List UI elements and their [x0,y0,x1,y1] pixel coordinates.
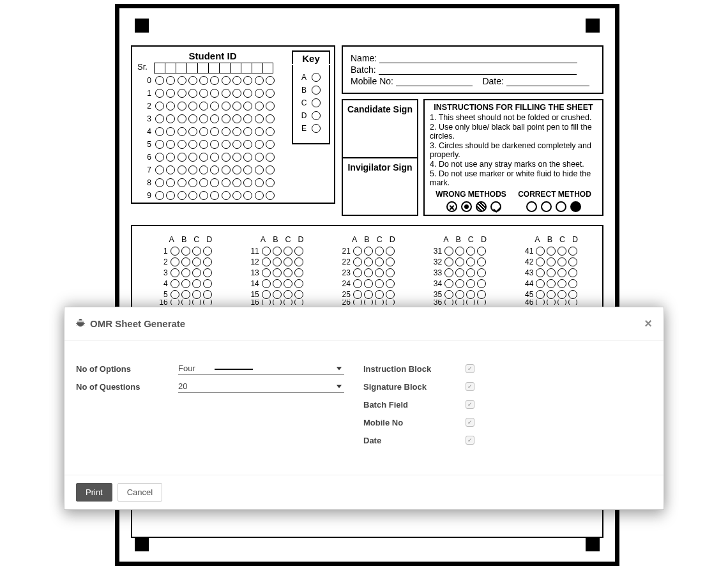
key-bubble [312,111,321,120]
id-bubble [255,127,264,136]
instruction-line: 2. Use only blue/ black ball point pen t… [430,123,597,141]
question-number: 23 [338,268,351,277]
answer-bubble [284,290,292,299]
id-bubble [155,191,164,200]
id-bubble [178,127,186,136]
omr-generate-dialog: OMR Sheet Generate × No of Options No of… [64,307,664,510]
question-number: 41 [520,247,533,256]
print-button[interactable]: Print [76,483,112,502]
alignment-marker [135,19,149,33]
questions-select[interactable]: 20 [178,380,344,393]
options-select[interactable]: Four [178,362,344,375]
answer-bubble [284,279,292,288]
id-bubble [255,191,264,200]
question-number: 21 [338,247,351,256]
method-icons [430,201,597,212]
answer-bubble [171,268,179,277]
answer-bubble [375,247,384,256]
batch-field-checkbox[interactable]: ✓ [466,400,474,409]
answer-bubble [547,290,556,299]
question-number: 33 [429,268,442,277]
id-bubble [243,178,252,187]
id-bubble [199,127,208,136]
question-number: 2 [155,257,168,266]
mobile-no-checkbox[interactable]: ✓ [466,418,474,427]
signature-block-checkbox[interactable]: ✓ [466,382,474,391]
cancel-button[interactable]: Cancel [118,483,162,502]
row-digit: 2 [142,102,151,111]
id-cell [165,63,176,73]
id-bubble [199,102,208,111]
invigilator-sign-label: Invigilator Sign [343,158,417,215]
key-box: Key ABCDE [292,50,330,144]
alignment-marker [135,537,149,551]
answer-column: ABCD414243444546 [520,235,579,305]
answer-row: 25 [338,289,397,300]
id-bubble [255,76,264,85]
question-number: 11 [246,247,259,256]
answer-bubble [294,268,303,277]
id-bubble [155,127,164,136]
answer-bubble [466,268,475,277]
id-bubble [255,165,264,174]
answer-column: ABCD313233343536 [429,235,488,305]
answer-bubble [455,290,464,299]
key-option-label: E [301,124,307,133]
id-bubble [166,76,175,85]
id-bubble [166,178,175,187]
id-bubble [210,89,219,98]
id-bubble [188,153,197,162]
id-bubble [166,89,175,98]
id-bubble [232,102,241,111]
instruction-block-checkbox[interactable]: ✓ [466,364,474,373]
row-digit: 5 [142,140,151,149]
id-bubble [210,191,219,200]
id-bubble [178,191,186,200]
question-number: 34 [429,279,442,288]
wrong-cross-icon [446,201,457,212]
key-row: E [296,124,326,133]
id-bubble [166,165,175,174]
date-checkbox[interactable]: ✓ [466,436,474,445]
instruction-line: 5. Do not use marker or white fluid to h… [430,169,597,187]
answer-row: 44 [520,278,579,289]
id-bubble [199,153,208,162]
id-bubble [210,76,219,85]
id-cell [154,63,165,73]
answer-bubble [536,247,545,256]
id-cell [230,63,241,73]
id-bubble [210,178,219,187]
id-bubble [243,191,252,200]
id-bubble [155,102,164,111]
row-digit: 9 [142,191,151,200]
answer-bubble [294,290,303,299]
answer-row: 14 [246,278,305,289]
key-option-label: C [301,98,307,107]
instruction-line: 3. Circles should be darkened completely… [430,141,597,159]
answer-bubble [477,279,486,288]
answer-bubble [547,257,556,266]
answer-bubble [203,279,212,288]
id-bubble [188,140,197,149]
id-bubble [210,140,219,149]
answer-bubble [547,247,556,256]
question-number: 14 [246,279,259,288]
id-bubble [255,153,264,162]
answer-bubble [547,279,556,288]
signature-block-label: Signature Block [363,378,459,395]
id-bubble [199,178,208,187]
signature-box: Candidate Sign Invigilator Sign [342,99,418,216]
question-number: 3 [155,268,168,277]
answer-row: 35 [429,289,488,300]
answer-bubble [192,247,201,256]
id-bubble [210,102,219,111]
answer-bubble [536,279,545,288]
answer-bubble [466,247,475,256]
key-bubble [312,73,321,82]
id-bubble [232,89,241,98]
key-label: Key [293,53,329,64]
close-button[interactable]: × [644,316,652,331]
id-bubble [222,127,231,136]
answer-bubble [273,290,282,299]
id-bubble [232,178,241,187]
